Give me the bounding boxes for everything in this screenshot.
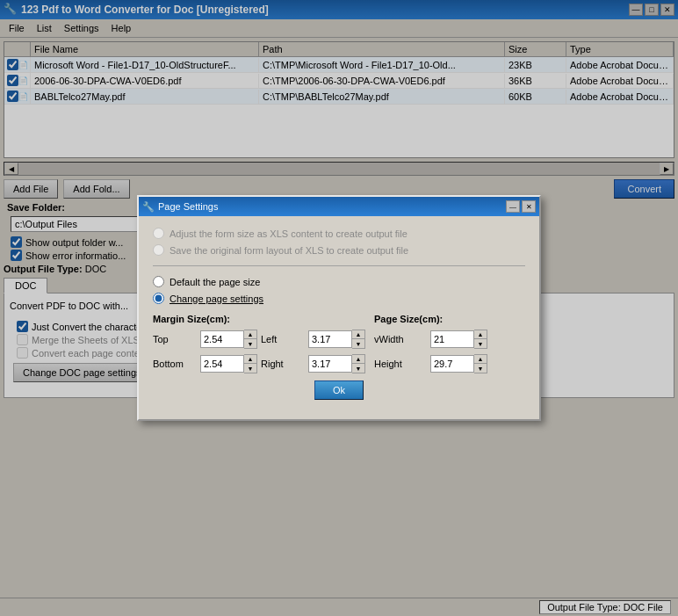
width-decrement-btn[interactable]: ▼ bbox=[474, 339, 487, 348]
radio2-label: Save the original form layout of XLS to … bbox=[170, 245, 408, 256]
modal-body: Adjust the form size as XLS content to c… bbox=[139, 216, 539, 419]
right-spinner: ▲ ▼ bbox=[308, 354, 365, 373]
left-input[interactable] bbox=[308, 330, 352, 348]
bottom-decrement-btn[interactable]: ▼ bbox=[244, 364, 256, 373]
modal-footer: Ok bbox=[153, 373, 525, 410]
height-label: Height bbox=[374, 359, 427, 369]
main-window: 🔧 123 Pdf to Word Converter for Doc [Unr… bbox=[0, 0, 678, 616]
left-label: Left bbox=[261, 334, 305, 344]
left-spinner: ▲ ▼ bbox=[308, 330, 365, 349]
settings-grid: Margin Size(cm): Top ▲ ▼ Left bbox=[153, 314, 525, 373]
width-input[interactable] bbox=[430, 330, 474, 348]
modal-icon: 🔧 bbox=[142, 201, 155, 213]
radio3-row: Default the page size bbox=[153, 273, 525, 290]
radio2-input[interactable] bbox=[153, 244, 164, 256]
margin-section: Margin Size(cm): Top ▲ ▼ Left bbox=[153, 314, 365, 373]
radio2-row: Save the original form layout of XLS to … bbox=[153, 242, 525, 258]
right-decrement-btn[interactable]: ▼ bbox=[352, 364, 364, 373]
modal-close-button[interactable]: ✕ bbox=[522, 200, 536, 213]
modal-minimize-button[interactable]: — bbox=[506, 200, 520, 213]
page-size-label: Page Size(cm): bbox=[374, 314, 525, 324]
right-label: Right bbox=[261, 359, 305, 369]
height-increment-btn[interactable]: ▲ bbox=[474, 355, 487, 364]
modal-title-text: Page Settings bbox=[158, 201, 219, 212]
top-increment-btn[interactable]: ▲ bbox=[244, 330, 256, 339]
top-label: Top bbox=[153, 334, 197, 344]
ok-button[interactable]: Ok bbox=[314, 380, 364, 400]
height-decrement-btn[interactable]: ▼ bbox=[474, 364, 487, 373]
height-input[interactable] bbox=[430, 355, 474, 373]
width-increment-btn[interactable]: ▲ bbox=[474, 330, 487, 339]
bottom-increment-btn[interactable]: ▲ bbox=[244, 355, 256, 364]
right-input[interactable] bbox=[308, 355, 352, 373]
width-label: vWidth bbox=[374, 334, 427, 344]
right-increment-btn[interactable]: ▲ bbox=[352, 355, 364, 364]
top-decrement-btn[interactable]: ▼ bbox=[244, 339, 256, 348]
width-spinner: ▲ ▼ bbox=[430, 330, 525, 349]
modal-overlay: 🔧 Page Settings — ✕ Adjust the form size… bbox=[0, 0, 678, 616]
page-settings-modal: 🔧 Page Settings — ✕ Adjust the form size… bbox=[137, 195, 541, 421]
top-spinner: ▲ ▼ bbox=[200, 330, 257, 349]
left-increment-btn[interactable]: ▲ bbox=[352, 330, 364, 339]
margin-label: Margin Size(cm): bbox=[153, 314, 365, 324]
radio1-input[interactable] bbox=[153, 228, 164, 239]
radio4-label: Change page settings bbox=[170, 294, 263, 304]
page-size-section: Page Size(cm): vWidth ▲ ▼ bbox=[374, 314, 525, 373]
radio4-input[interactable] bbox=[153, 293, 164, 304]
top-input[interactable] bbox=[200, 330, 244, 348]
radio1-label: Adjust the form size as XLS content to c… bbox=[170, 228, 408, 239]
bottom-input[interactable] bbox=[200, 355, 244, 373]
bottom-spinner: ▲ ▼ bbox=[200, 354, 257, 373]
modal-title-bar: 🔧 Page Settings — ✕ bbox=[139, 197, 539, 216]
left-decrement-btn[interactable]: ▼ bbox=[352, 339, 364, 348]
height-spinner: ▲ ▼ bbox=[430, 354, 525, 373]
radio3-label: Default the page size bbox=[170, 277, 260, 287]
radio1-row: Adjust the form size as XLS content to c… bbox=[153, 225, 525, 242]
bottom-label: Bottom bbox=[153, 359, 197, 369]
radio3-input[interactable] bbox=[153, 276, 164, 287]
radio4-row: Change page settings bbox=[153, 290, 525, 307]
